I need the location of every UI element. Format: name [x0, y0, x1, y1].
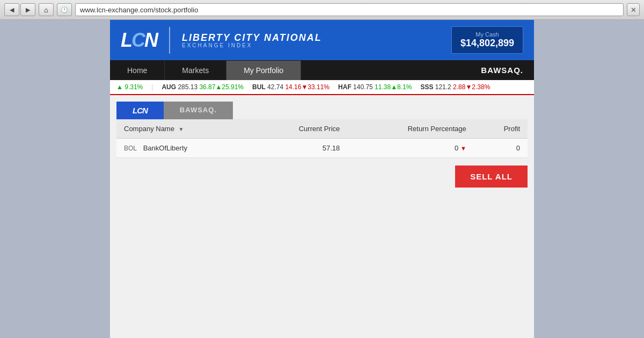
cell-return: 0 ▼ — [347, 139, 473, 158]
return-direction-icon: ▼ — [460, 145, 466, 152]
sell-all-button[interactable]: SELL ALL — [455, 166, 528, 188]
cash-label: My Cash — [460, 31, 514, 38]
col-current-price: Current Price — [251, 119, 348, 139]
table-header-row: Company Name ▼ Current Price Return Perc… — [116, 119, 528, 139]
ticker-sep: | — [151, 83, 153, 91]
ticker-bar: ▲ 9.31% | AUG 285.13 36.87▲25.91% BUL 42… — [110, 80, 534, 95]
exchange-sub-name: EXCHANGE INDEX — [182, 42, 322, 48]
action-row: SELL ALL — [116, 158, 528, 191]
tab-bawsaq[interactable]: BAWSAQ. — [164, 102, 233, 119]
exchange-main-name: LIBERTY CITY NATIONAL — [182, 32, 322, 44]
back-button[interactable]: ◀ — [4, 3, 19, 16]
row-ticker: BOL — [124, 145, 137, 152]
logo-divider — [169, 27, 170, 54]
ticker-sss: SSS 121.2 2.88▼2.38% — [420, 83, 490, 91]
lcn-tab-logo: LCN — [133, 106, 148, 115]
url-text: www.lcn-exchange.com/stock.portfolio — [80, 6, 198, 14]
forward-button[interactable]: ▶ — [20, 3, 35, 16]
bawsaq-tab-label: BAWSAQ. — [180, 106, 217, 114]
nav-markets[interactable]: Markets — [165, 61, 226, 80]
cell-profit: 0 — [474, 139, 528, 158]
col-return-pct: Return Percentage — [347, 119, 473, 139]
site-nav: Home Markets My Portfolio BAWSAQ. — [110, 60, 534, 80]
sort-icon: ▼ — [179, 126, 184, 132]
nav-home[interactable]: Home — [110, 61, 165, 80]
website-container: LCN LIBERTY CITY NATIONAL EXCHANGE INDEX… — [110, 20, 534, 338]
ticker-aug: AUG 285.13 36.87▲25.91% — [162, 83, 244, 91]
col-company-name[interactable]: Company Name ▼ — [116, 119, 251, 139]
browser-chrome: ◀ ▶ ⌂ 🕐 www.lcn-exchange.com/stock.portf… — [0, 0, 644, 20]
logo-text: LCN — [121, 31, 157, 50]
address-bar[interactable]: www.lcn-exchange.com/stock.portfolio — [75, 3, 624, 16]
col-profit: Profit — [474, 119, 528, 139]
exchange-name: LIBERTY CITY NATIONAL EXCHANGE INDEX — [182, 32, 322, 48]
ticker-bul: BUL 42.74 14.16▼33.11% — [252, 83, 330, 91]
nav-bawsaq[interactable]: BAWSAQ. — [470, 60, 534, 80]
portfolio-table: Company Name ▼ Current Price Return Perc… — [116, 119, 528, 158]
logo-area: LCN LIBERTY CITY NATIONAL EXCHANGE INDEX — [121, 27, 322, 54]
refresh-button[interactable]: 🕐 — [57, 3, 72, 16]
row-company-name: BankOfLiberty — [143, 144, 187, 152]
tab-lcn[interactable]: LCN — [116, 102, 164, 119]
table-row[interactable]: BOL BankOfLiberty 57.18 0 ▼ 0 — [116, 139, 528, 158]
cell-price: 57.18 — [251, 139, 348, 158]
lcn-logo: LCN — [121, 31, 157, 50]
cash-amount: $14,802,899 — [460, 38, 514, 49]
nav-portfolio[interactable]: My Portfolio — [226, 61, 301, 80]
site-header: LCN LIBERTY CITY NATIONAL EXCHANGE INDEX… — [110, 20, 534, 60]
close-button[interactable]: ✕ — [627, 3, 640, 16]
ticker-initial-change: ▲ 9.31% — [116, 83, 143, 91]
portfolio-area: LCN BAWSAQ. Company Name ▼ Current Price — [110, 95, 534, 197]
exchange-tabs: LCN BAWSAQ. — [116, 102, 528, 119]
cell-company: BOL BankOfLiberty — [116, 139, 251, 158]
ticker-haf: HAF 140.75 11.38▲8.1% — [338, 83, 412, 91]
cash-box: My Cash $14,802,899 — [451, 26, 523, 54]
home-button[interactable]: ⌂ — [39, 3, 54, 16]
